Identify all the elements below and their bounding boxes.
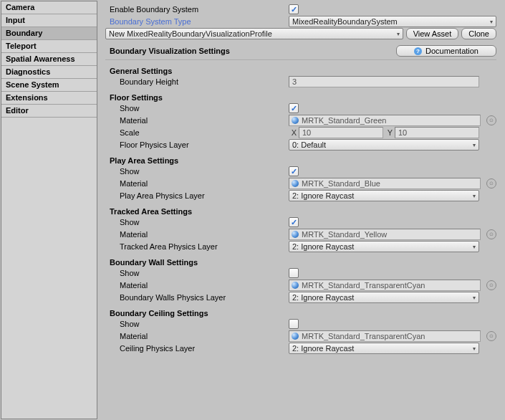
wall-material-field[interactable]: MRTK_Standard_TransparentCyan bbox=[289, 280, 481, 291]
chevron-down-icon: ▾ bbox=[394, 31, 400, 37]
sidebar-item-boundary[interactable]: Boundary bbox=[1, 27, 97, 40]
floor-show-label: Show bbox=[105, 104, 289, 113]
scale-x-label: X bbox=[289, 128, 297, 137]
chevron-down-icon: ▾ bbox=[470, 193, 476, 199]
wall-layer-value: 2: Ignore Raycast bbox=[292, 293, 354, 302]
documentation-button[interactable]: ? Documentation bbox=[396, 45, 496, 57]
wall-material-picker[interactable]: ⊙ bbox=[486, 280, 496, 290]
tracked-layer-label: Tracked Area Physics Layer bbox=[105, 242, 289, 251]
material-icon bbox=[292, 117, 299, 124]
tracked-settings-title: Tracked Area Settings bbox=[105, 207, 496, 216]
sidebar-item-spatial-awareness[interactable]: Spatial Awareness bbox=[1, 53, 97, 66]
tracked-material-label: Material bbox=[105, 230, 289, 239]
chevron-down-icon: ▾ bbox=[487, 19, 493, 25]
playarea-show-label: Show bbox=[105, 167, 289, 176]
ceiling-material-value: MRTK_Standard_TransparentCyan bbox=[302, 332, 425, 340]
clone-button[interactable]: Clone bbox=[461, 28, 496, 39]
tracked-layer-value: 2: Ignore Raycast bbox=[292, 242, 354, 251]
playarea-layer-value: 2: Ignore Raycast bbox=[292, 191, 354, 200]
chevron-down-icon: ▾ bbox=[470, 295, 476, 301]
wall-settings-title: Boundary Wall Settings bbox=[105, 258, 496, 267]
tracked-material-picker[interactable]: ⊙ bbox=[486, 229, 496, 239]
material-icon bbox=[292, 180, 299, 187]
ceiling-layer-dropdown[interactable]: 2: Ignore Raycast ▾ bbox=[289, 343, 479, 354]
help-icon: ? bbox=[414, 47, 422, 55]
boundary-system-type-dropdown[interactable]: MixedRealityBoundarySystem ▾ bbox=[289, 16, 496, 27]
tracked-layer-dropdown[interactable]: 2: Ignore Raycast ▾ bbox=[289, 241, 479, 252]
tracked-material-value: MRTK_Standard_Yellow bbox=[302, 230, 387, 239]
chevron-down-icon: ▾ bbox=[470, 244, 476, 250]
sidebar-item-scene-system[interactable]: Scene System bbox=[1, 79, 97, 92]
sidebar-item-teleport[interactable]: Teleport bbox=[1, 40, 97, 53]
profile-dropdown[interactable]: New MixedRealityBoundaryVisualizationPro… bbox=[105, 28, 403, 39]
view-asset-button[interactable]: View Asset bbox=[406, 28, 459, 39]
enable-boundary-label: Enable Boundary System bbox=[105, 5, 289, 14]
tracked-show-checkbox[interactable] bbox=[289, 217, 299, 227]
divider bbox=[105, 59, 496, 61]
sidebar-item-extensions[interactable]: Extensions bbox=[1, 92, 97, 105]
floor-layer-value: 0: Default bbox=[292, 140, 326, 149]
sidebar: Camera Input Boundary Teleport Spatial A… bbox=[1, 1, 97, 419]
boundary-system-type-value: MixedRealityBoundarySystem bbox=[292, 17, 398, 26]
floor-layer-label: Floor Physics Layer bbox=[105, 140, 289, 149]
playarea-layer-dropdown[interactable]: 2: Ignore Raycast ▾ bbox=[289, 190, 479, 201]
floor-material-label: Material bbox=[105, 116, 289, 125]
ceiling-settings-title: Boundary Ceiling Settings bbox=[105, 309, 496, 318]
enable-boundary-checkbox[interactable] bbox=[289, 4, 299, 14]
ceiling-material-picker[interactable]: ⊙ bbox=[486, 331, 496, 341]
wall-layer-dropdown[interactable]: 2: Ignore Raycast ▾ bbox=[289, 292, 479, 303]
floor-material-field[interactable]: MRTK_Standard_Green bbox=[289, 115, 481, 126]
wall-show-label: Show bbox=[105, 269, 289, 277]
playarea-settings-title: Play Area Settings bbox=[105, 156, 496, 165]
ceiling-material-field[interactable]: MRTK_Standard_TransparentCyan bbox=[289, 330, 481, 342]
boundary-height-label: Boundary Height bbox=[105, 77, 289, 86]
chevron-down-icon: ▾ bbox=[470, 142, 476, 148]
floor-layer-dropdown[interactable]: 0: Default ▾ bbox=[289, 139, 479, 151]
playarea-layer-label: Play Area Physics Layer bbox=[105, 191, 289, 200]
sidebar-item-diagnostics[interactable]: Diagnostics bbox=[1, 66, 97, 79]
scale-y-label: Y bbox=[385, 128, 393, 137]
floor-material-value: MRTK_Standard_Green bbox=[302, 116, 386, 125]
material-icon bbox=[292, 282, 299, 289]
ceiling-layer-label: Ceiling Physics Layer bbox=[105, 344, 289, 353]
sidebar-item-editor[interactable]: Editor bbox=[1, 105, 97, 118]
visualization-settings-title: Boundary Visualization Settings bbox=[105, 47, 396, 55]
profile-value: New MixedRealityBoundaryVisualizationPro… bbox=[109, 29, 272, 38]
ceiling-layer-value: 2: Ignore Raycast bbox=[292, 344, 354, 353]
wall-material-label: Material bbox=[105, 281, 289, 290]
tracked-show-label: Show bbox=[105, 218, 289, 226]
playarea-material-label: Material bbox=[105, 179, 289, 188]
material-icon bbox=[292, 231, 299, 238]
boundary-height-field[interactable]: 3 bbox=[289, 76, 479, 87]
general-settings-title: General Settings bbox=[105, 67, 496, 75]
ceiling-show-checkbox[interactable] bbox=[289, 319, 299, 329]
main-panel: Enable Boundary System Boundary System T… bbox=[98, 0, 505, 420]
floor-material-picker[interactable]: ⊙ bbox=[486, 115, 496, 125]
floor-scale-x-field[interactable]: 10 bbox=[299, 127, 383, 138]
floor-settings-title: Floor Settings bbox=[105, 93, 496, 102]
documentation-label: Documentation bbox=[425, 47, 478, 55]
material-icon bbox=[292, 333, 299, 340]
playarea-material-picker[interactable]: ⊙ bbox=[486, 178, 496, 188]
playarea-material-field[interactable]: MRTK_Standard_Blue bbox=[289, 178, 481, 189]
ceiling-material-label: Material bbox=[105, 332, 289, 340]
floor-show-checkbox[interactable] bbox=[289, 103, 299, 113]
boundary-system-type-label[interactable]: Boundary System Type bbox=[105, 17, 289, 26]
chevron-down-icon: ▾ bbox=[470, 345, 476, 352]
wall-layer-label: Boundary Walls Physics Layer bbox=[105, 293, 289, 302]
playarea-show-checkbox[interactable] bbox=[289, 166, 299, 176]
floor-scale-y-field[interactable]: 10 bbox=[395, 127, 479, 138]
sidebar-item-input[interactable]: Input bbox=[1, 14, 97, 27]
tracked-material-field[interactable]: MRTK_Standard_Yellow bbox=[289, 229, 481, 240]
wall-show-checkbox[interactable] bbox=[289, 268, 299, 278]
ceiling-show-label: Show bbox=[105, 320, 289, 328]
wall-material-value: MRTK_Standard_TransparentCyan bbox=[302, 281, 425, 290]
playarea-material-value: MRTK_Standard_Blue bbox=[302, 179, 380, 188]
sidebar-item-camera[interactable]: Camera bbox=[1, 1, 97, 14]
floor-scale-label: Scale bbox=[105, 128, 289, 137]
